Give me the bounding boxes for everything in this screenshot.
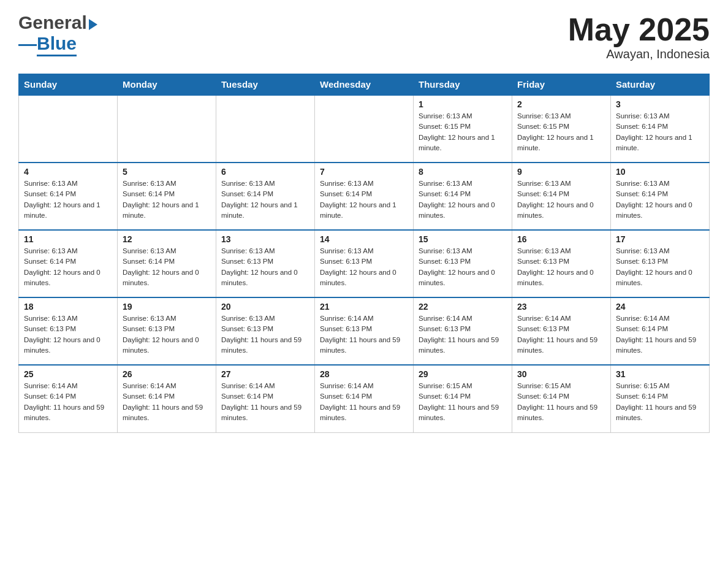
day-number: 1 [419, 99, 507, 109]
day-number: 12 [123, 234, 211, 244]
day-cell: 30 Sunrise: 6:15 AMSunset: 6:14 PMDaylig… [512, 365, 611, 432]
day-header-saturday: Saturday [611, 74, 710, 96]
day-cell: 29 Sunrise: 6:15 AMSunset: 6:14 PMDaylig… [414, 365, 512, 432]
day-cell: 9 Sunrise: 6:13 AMSunset: 6:14 PMDayligh… [512, 163, 611, 230]
day-info: Sunrise: 6:13 AMSunset: 6:14 PMDaylight:… [517, 178, 605, 221]
day-cell: 11 Sunrise: 6:13 AMSunset: 6:14 PMDaylig… [19, 230, 118, 297]
day-cell: 20 Sunrise: 6:13 AMSunset: 6:13 PMDaylig… [216, 297, 315, 365]
day-number: 27 [221, 369, 309, 379]
day-number: 24 [616, 302, 704, 312]
day-info: Sunrise: 6:14 AMSunset: 6:13 PMDaylight:… [517, 313, 605, 356]
day-info: Sunrise: 6:15 AMSunset: 6:14 PMDaylight:… [616, 381, 704, 423]
day-number: 21 [320, 302, 408, 312]
day-header-monday: Monday [118, 74, 216, 96]
day-number: 26 [123, 369, 211, 379]
day-number: 9 [517, 167, 605, 177]
day-info: Sunrise: 6:14 AMSunset: 6:13 PMDaylight:… [320, 313, 408, 356]
day-number: 30 [517, 369, 605, 379]
day-info: Sunrise: 6:13 AMSunset: 6:14 PMDaylight:… [320, 178, 408, 221]
day-cell: 3 Sunrise: 6:13 AMSunset: 6:14 PMDayligh… [611, 95, 710, 163]
day-number: 3 [616, 99, 704, 109]
day-number: 17 [616, 234, 704, 244]
day-number: 19 [123, 302, 211, 312]
day-cell: 10 Sunrise: 6:13 AMSunset: 6:14 PMDaylig… [611, 163, 710, 230]
day-number: 6 [221, 167, 309, 177]
day-cell: 24 Sunrise: 6:14 AMSunset: 6:14 PMDaylig… [611, 297, 710, 365]
day-number: 5 [123, 167, 211, 177]
day-cell: 4 Sunrise: 6:13 AMSunset: 6:14 PMDayligh… [19, 163, 118, 230]
day-header-thursday: Thursday [414, 74, 512, 96]
page-header: General Blue May 2025 Awayan, Indonesia [18, 12, 710, 61]
day-info: Sunrise: 6:13 AMSunset: 6:14 PMDaylight:… [616, 178, 704, 221]
day-cell [315, 95, 414, 163]
location: Awayan, Indonesia [568, 47, 710, 61]
day-cell: 25 Sunrise: 6:14 AMSunset: 6:14 PMDaylig… [19, 365, 118, 432]
day-cell: 2 Sunrise: 6:13 AMSunset: 6:15 PMDayligh… [512, 95, 611, 163]
day-info: Sunrise: 6:13 AMSunset: 6:13 PMDaylight:… [123, 313, 211, 356]
day-number: 15 [419, 234, 507, 244]
day-cell: 5 Sunrise: 6:13 AMSunset: 6:14 PMDayligh… [118, 163, 216, 230]
day-number: 16 [517, 234, 605, 244]
day-number: 29 [419, 369, 507, 379]
day-header-friday: Friday [512, 74, 611, 96]
day-info: Sunrise: 6:13 AMSunset: 6:13 PMDaylight:… [517, 246, 605, 288]
day-info: Sunrise: 6:13 AMSunset: 6:13 PMDaylight:… [221, 313, 309, 356]
day-number: 10 [616, 167, 704, 177]
week-row-2: 4 Sunrise: 6:13 AMSunset: 6:14 PMDayligh… [19, 163, 710, 230]
day-number: 2 [517, 99, 605, 109]
header-row: SundayMondayTuesdayWednesdayThursdayFrid… [19, 74, 710, 96]
day-number: 25 [24, 369, 112, 379]
day-number: 4 [24, 167, 112, 177]
day-number: 31 [616, 369, 704, 379]
day-info: Sunrise: 6:13 AMSunset: 6:14 PMDaylight:… [24, 178, 112, 221]
day-cell: 31 Sunrise: 6:15 AMSunset: 6:14 PMDaylig… [611, 365, 710, 432]
day-number: 14 [320, 234, 408, 244]
day-info: Sunrise: 6:13 AMSunset: 6:15 PMDaylight:… [419, 111, 507, 153]
day-info: Sunrise: 6:13 AMSunset: 6:13 PMDaylight:… [221, 246, 309, 288]
day-header-sunday: Sunday [19, 74, 118, 96]
day-number: 18 [24, 302, 112, 312]
calendar-table: SundayMondayTuesdayWednesdayThursdayFrid… [18, 74, 710, 433]
day-info: Sunrise: 6:13 AMSunset: 6:14 PMDaylight:… [123, 246, 211, 288]
day-info: Sunrise: 6:14 AMSunset: 6:14 PMDaylight:… [320, 381, 408, 423]
day-info: Sunrise: 6:13 AMSunset: 6:14 PMDaylight:… [221, 178, 309, 221]
day-cell: 28 Sunrise: 6:14 AMSunset: 6:14 PMDaylig… [315, 365, 414, 432]
day-info: Sunrise: 6:13 AMSunset: 6:13 PMDaylight:… [419, 246, 507, 288]
logo: General Blue [18, 12, 97, 56]
day-cell [19, 95, 118, 163]
title-area: May 2025 Awayan, Indonesia [568, 12, 710, 61]
day-cell: 17 Sunrise: 6:13 AMSunset: 6:13 PMDaylig… [611, 230, 710, 297]
day-info: Sunrise: 6:13 AMSunset: 6:15 PMDaylight:… [517, 111, 605, 153]
day-info: Sunrise: 6:13 AMSunset: 6:13 PMDaylight:… [320, 246, 408, 288]
day-cell: 1 Sunrise: 6:13 AMSunset: 6:15 PMDayligh… [414, 95, 512, 163]
day-info: Sunrise: 6:13 AMSunset: 6:14 PMDaylight:… [123, 178, 211, 221]
day-info: Sunrise: 6:13 AMSunset: 6:14 PMDaylight:… [419, 178, 507, 221]
day-number: 20 [221, 302, 309, 312]
day-number: 13 [221, 234, 309, 244]
day-cell: 26 Sunrise: 6:14 AMSunset: 6:14 PMDaylig… [118, 365, 216, 432]
day-number: 11 [24, 234, 112, 244]
day-info: Sunrise: 6:14 AMSunset: 6:14 PMDaylight:… [221, 381, 309, 423]
day-info: Sunrise: 6:13 AMSunset: 6:14 PMDaylight:… [616, 111, 704, 153]
day-info: Sunrise: 6:14 AMSunset: 6:14 PMDaylight:… [616, 313, 704, 356]
week-row-1: 1 Sunrise: 6:13 AMSunset: 6:15 PMDayligh… [19, 95, 710, 163]
day-cell: 18 Sunrise: 6:13 AMSunset: 6:13 PMDaylig… [19, 297, 118, 365]
day-info: Sunrise: 6:13 AMSunset: 6:13 PMDaylight:… [616, 246, 704, 288]
day-cell: 27 Sunrise: 6:14 AMSunset: 6:14 PMDaylig… [216, 365, 315, 432]
day-info: Sunrise: 6:15 AMSunset: 6:14 PMDaylight:… [419, 381, 507, 423]
day-info: Sunrise: 6:14 AMSunset: 6:13 PMDaylight:… [419, 313, 507, 356]
day-cell: 6 Sunrise: 6:13 AMSunset: 6:14 PMDayligh… [216, 163, 315, 230]
day-number: 22 [419, 302, 507, 312]
week-row-3: 11 Sunrise: 6:13 AMSunset: 6:14 PMDaylig… [19, 230, 710, 297]
day-cell: 15 Sunrise: 6:13 AMSunset: 6:13 PMDaylig… [414, 230, 512, 297]
day-info: Sunrise: 6:13 AMSunset: 6:13 PMDaylight:… [24, 313, 112, 356]
day-number: 28 [320, 369, 408, 379]
day-number: 23 [517, 302, 605, 312]
day-cell: 7 Sunrise: 6:13 AMSunset: 6:14 PMDayligh… [315, 163, 414, 230]
day-cell: 12 Sunrise: 6:13 AMSunset: 6:14 PMDaylig… [118, 230, 216, 297]
day-cell [118, 95, 216, 163]
week-row-4: 18 Sunrise: 6:13 AMSunset: 6:13 PMDaylig… [19, 297, 710, 365]
day-cell: 23 Sunrise: 6:14 AMSunset: 6:13 PMDaylig… [512, 297, 611, 365]
day-cell: 13 Sunrise: 6:13 AMSunset: 6:13 PMDaylig… [216, 230, 315, 297]
logo-blue: Blue [37, 33, 77, 56]
